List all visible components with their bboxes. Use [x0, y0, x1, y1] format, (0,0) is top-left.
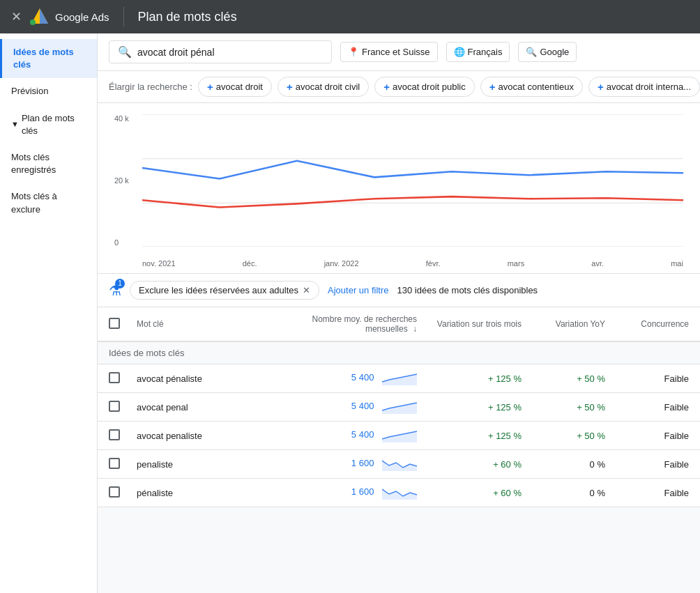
network-button[interactable]: 🔍 Google — [518, 42, 577, 62]
suggestions-bar: Élargir la recherche : + avocat droit + … — [98, 71, 700, 103]
filter-wrapper[interactable]: ⚗ 1 — [109, 282, 121, 299]
row-competition-2: Faible — [605, 431, 689, 441]
sidebar-item-prevision[interactable]: Prévision — [0, 78, 97, 105]
table-row: avocat penal 5 400 + 125 % + 50 % Faible — [98, 393, 700, 422]
search-bar: 🔍 📍 France et Suisse 🌐 Français 🔍 Google — [98, 33, 700, 71]
row-competition-3: Faible — [605, 459, 689, 470]
header-divider — [123, 7, 124, 26]
plus-icon: + — [598, 81, 604, 93]
sidebar-item-idees-mots-cles[interactable]: Idées de mots clés — [0, 39, 97, 78]
search-input-wrapper[interactable]: 🔍 — [109, 40, 332, 63]
row-var3m-2: + 125 % — [417, 431, 522, 441]
main-content: 🔍 📍 France et Suisse 🌐 Français 🔍 Google… — [98, 33, 700, 593]
row-keyword-0: avocat pénaliste — [137, 373, 291, 384]
language-button[interactable]: 🌐 Français — [446, 42, 510, 62]
location-icon: 📍 — [348, 47, 359, 57]
row-keyword-1: avocat penal — [137, 402, 291, 413]
chart-x-labels: nov. 2021 déc. janv. 2022 févr. mars avr… — [142, 259, 683, 268]
search-icon: 🔍 — [118, 45, 132, 59]
x-label-fevr: févr. — [426, 259, 441, 268]
x-label-dec: déc. — [243, 259, 257, 268]
network-icon: 🔍 — [526, 47, 537, 57]
app-name: Google Ads — [55, 11, 109, 23]
table-row: pénaliste 1 600 + 60 % 0 % Faible — [98, 479, 700, 507]
sidebar: Idées de mots clés Prévision ▼ Plan de m… — [0, 33, 98, 593]
table-row: penaliste 1 600 + 60 % 0 % Faible — [98, 450, 700, 479]
suggestion-chip-1[interactable]: + avocat droit civil — [277, 77, 369, 97]
sidebar-item-plan-mots-cles[interactable]: ▼ Plan de mots clés — [0, 105, 97, 144]
y-label-40k: 40 k — [114, 114, 129, 123]
sparkline-icon-1 — [382, 400, 417, 414]
row-searches-1: 5 400 — [291, 400, 417, 414]
plus-icon: + — [287, 81, 293, 93]
chart-area: 40 k 20 k 0 — [98, 103, 700, 274]
row-competition-4: Faible — [605, 488, 689, 498]
suggestion-chip-0[interactable]: + avocat droit — [198, 77, 272, 97]
row-checkbox-2[interactable] — [109, 429, 137, 442]
language-icon: 🌐 — [454, 47, 465, 57]
search-input[interactable] — [137, 47, 323, 58]
filter-close-icon[interactable]: ✕ — [303, 285, 310, 295]
arrow-icon: ▼ — [11, 119, 19, 130]
th-variation-3m[interactable]: Variation sur trois mois — [417, 319, 522, 329]
filter-badge: 1 — [115, 279, 125, 288]
section-label: Idées de mots clés — [98, 342, 700, 364]
th-keyword[interactable]: Mot clé — [137, 319, 291, 329]
sparkline-icon-3 — [382, 457, 417, 471]
row-checkbox-3[interactable] — [109, 458, 137, 471]
row-var3m-3: + 60 % — [417, 459, 522, 470]
row-searches-0: 5 400 — [291, 371, 417, 385]
page-title: Plan de mots clés — [138, 10, 237, 24]
table-header: Mot clé Nombre moy. de recherches mensue… — [98, 307, 700, 342]
svg-marker-1 — [40, 8, 48, 24]
row-varyoy-0: + 50 % — [522, 373, 605, 384]
row-var3m-0: + 125 % — [417, 373, 522, 384]
row-checkbox-1[interactable] — [109, 401, 137, 414]
sparkline-icon-4 — [382, 486, 417, 500]
x-label-avr: avr. — [591, 259, 604, 268]
row-searches-4: 1 600 — [291, 486, 417, 500]
y-label-20k: 20 k — [114, 176, 129, 185]
row-competition-1: Faible — [605, 402, 689, 413]
add-filter-button[interactable]: Ajouter un filtre — [328, 285, 388, 295]
x-label-mars: mars — [508, 259, 524, 268]
location-button[interactable]: 📍 France et Suisse — [340, 42, 438, 62]
app-header: ✕ Google Ads Plan de mots clés — [0, 0, 700, 33]
suggestion-chip-3[interactable]: + avocat contentieux — [480, 77, 583, 97]
chart-svg — [142, 114, 683, 247]
svg-marker-10 — [382, 461, 417, 471]
active-filter-label: Exclure les idées réservées aux adultes — [139, 285, 298, 295]
th-competition[interactable]: Concurrence — [605, 319, 689, 329]
keywords-count: 130 idées de mots clés disponibles — [397, 285, 538, 295]
row-varyoy-1: + 50 % — [522, 402, 605, 413]
row-varyoy-4: 0 % — [522, 488, 605, 498]
main-layout: Idées de mots clés Prévision ▼ Plan de m… — [0, 33, 700, 593]
chart-y-labels: 40 k 20 k 0 — [114, 114, 129, 247]
th-variation-yoy[interactable]: Variation YoY — [522, 319, 605, 329]
sidebar-item-mots-cles-exclure[interactable]: Mots clés à exclure — [0, 183, 97, 222]
row-keyword-2: avocat penaliste — [137, 431, 291, 441]
row-checkbox-4[interactable] — [109, 486, 137, 500]
sparkline-icon-0 — [382, 371, 417, 385]
row-varyoy-2: + 50 % — [522, 431, 605, 441]
keywords-table: Mot clé Nombre moy. de recherches mensue… — [98, 307, 700, 507]
th-checkbox — [109, 318, 137, 331]
th-avg-searches[interactable]: Nombre moy. de recherches mensuelles ↓ — [291, 314, 417, 334]
row-searches-2: 5 400 — [291, 429, 417, 442]
filter-bar: ⚗ 1 Exclure les idées réservées aux adul… — [98, 274, 700, 307]
row-varyoy-3: 0 % — [522, 459, 605, 470]
x-label-janv2022: janv. 2022 — [324, 259, 359, 268]
close-button[interactable]: ✕ — [11, 9, 22, 24]
suggestion-chip-4[interactable]: + avocat droit interna... — [588, 77, 700, 97]
row-checkbox-0[interactable] — [109, 372, 137, 385]
sidebar-item-mots-cles-enregistres[interactable]: Mots clés enregistrés — [0, 144, 97, 183]
suggestion-chip-2[interactable]: + avocat droit public — [374, 77, 475, 97]
row-competition-0: Faible — [605, 373, 689, 384]
row-var3m-1: + 125 % — [417, 402, 522, 413]
header-checkbox[interactable] — [109, 318, 120, 329]
chart-container: 40 k 20 k 0 — [114, 114, 683, 268]
logo: Google Ads — [30, 7, 109, 26]
suggestions-label: Élargir la recherche : — [109, 82, 192, 92]
row-keyword-3: penaliste — [137, 459, 291, 470]
active-filter-chip: Exclure les idées réservées aux adultes … — [130, 281, 319, 300]
